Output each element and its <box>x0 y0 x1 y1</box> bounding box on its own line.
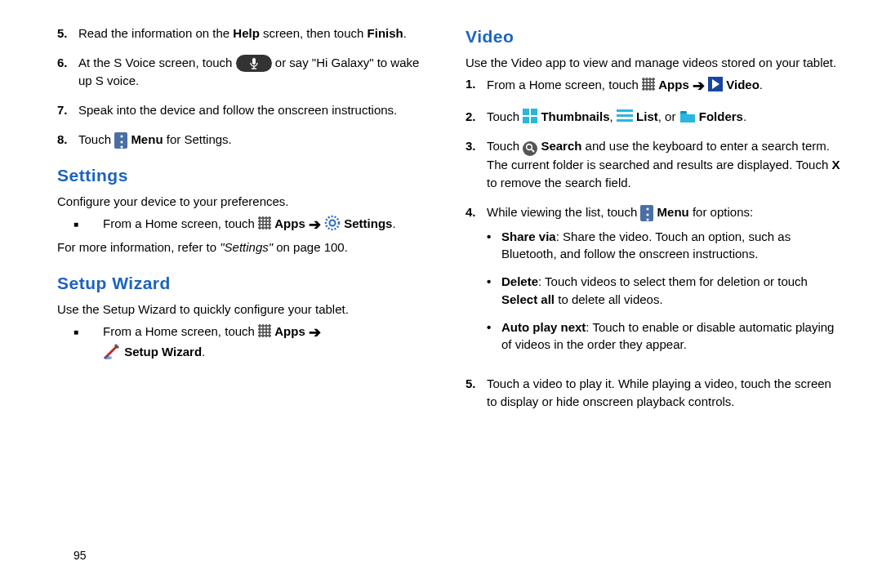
step-7: 7. Speak into the device and follow the … <box>57 101 433 119</box>
left-column: 5. Read the information on the Help scre… <box>57 24 433 422</box>
svg-rect-6 <box>680 111 687 114</box>
svg-point-7 <box>527 145 532 150</box>
svg-point-5 <box>104 356 112 359</box>
menu-icon <box>114 132 127 149</box>
manual-page: 5. Read the information on the Help scre… <box>0 0 882 430</box>
folder-icon <box>679 109 696 123</box>
wizard-icon <box>103 345 121 359</box>
apps-icon <box>258 324 271 337</box>
arrow-icon: ➔ <box>309 324 321 341</box>
video-step-1: 1. From a Home screen, touch Apps ➔ Vide… <box>466 75 841 96</box>
step-5: 5. Read the information on the Help scre… <box>57 24 433 42</box>
mic-icon <box>236 55 272 72</box>
video-step-5: 5. Touch a video to play it. While playi… <box>466 375 841 411</box>
page-number: 95 <box>74 549 87 562</box>
sub-auto-play-next: Auto play next: Touch to enable or disab… <box>487 318 841 354</box>
heading-video: Video <box>466 24 841 49</box>
sub-share-via: Share via: Share the video. Touch an opt… <box>487 228 841 264</box>
heading-setup-wizard: Setup Wizard <box>57 271 433 296</box>
svg-point-3 <box>326 216 339 229</box>
video-step-2: 2. Touch Thumbnails, List, or Folders. <box>466 108 841 126</box>
settings-intro: Configure your device to your preference… <box>57 193 433 211</box>
svg-rect-0 <box>252 58 256 65</box>
svg-point-4 <box>330 220 336 226</box>
setup-intro: Use the Setup Wizard to quickly configur… <box>57 301 433 318</box>
settings-bullet: From a Home screen, touch Apps ➔ Setting… <box>57 214 433 235</box>
gear-icon <box>324 216 341 230</box>
list-icon <box>617 109 633 122</box>
video-play-icon <box>708 77 723 91</box>
video-step-3: 3. Touch Search and use the keyboard to … <box>466 137 841 192</box>
apps-icon <box>642 78 655 91</box>
sub-delete: Delete: Touch videos to select them for … <box>487 273 841 309</box>
step-8: 8. Touch Menu for Settings. <box>57 131 433 149</box>
settings-more: For more information, refer to "Settings… <box>57 238 433 256</box>
arrow-icon: ➔ <box>309 216 321 233</box>
step-6: 6. At the S Voice screen, touch or say "… <box>57 54 433 90</box>
search-icon <box>523 141 537 156</box>
right-column: Video Use the Video app to view and mana… <box>466 24 841 422</box>
video-intro: Use the Video app to view and manage vid… <box>466 54 841 72</box>
setup-bullet: From a Home screen, touch Apps ➔ Setup W… <box>57 322 433 361</box>
heading-settings: Settings <box>57 163 433 188</box>
svg-line-8 <box>532 149 534 152</box>
arrow-icon: ➔ <box>693 78 705 94</box>
video-step-4: 4. While viewing the list, touch Menu fo… <box>466 203 841 364</box>
apps-icon <box>258 216 271 229</box>
menu-icon <box>640 205 653 221</box>
thumbnails-icon <box>523 109 537 123</box>
